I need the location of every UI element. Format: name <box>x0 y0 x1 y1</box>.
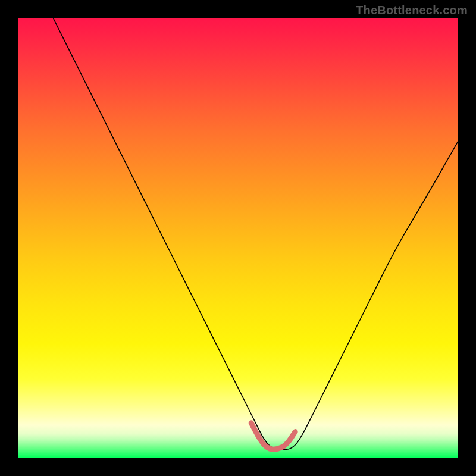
curve-svg <box>18 18 458 458</box>
watermark-text: TheBottleneck.com <box>356 4 468 17</box>
chart-stage: TheBottleneck.com <box>0 0 476 476</box>
bottleneck-curve <box>53 18 458 449</box>
plot-area <box>18 18 458 458</box>
